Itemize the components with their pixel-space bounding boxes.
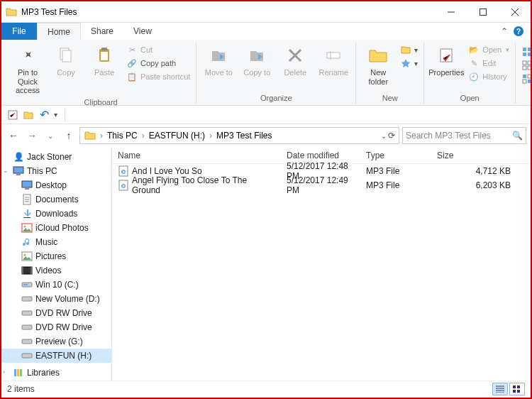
expand-icon[interactable]: ⌄	[3, 167, 10, 174]
refresh-icon[interactable]: ⟳	[388, 131, 395, 141]
tree-item[interactable]: EASTFUN (H:)	[1, 349, 111, 363]
history-button[interactable]: 🕘History	[467, 70, 511, 83]
move-to-button[interactable]: Move to	[201, 43, 236, 77]
column-date[interactable]: Date modified	[281, 151, 360, 160]
svg-rect-12	[523, 61, 526, 65]
select-none-button[interactable]: Select none	[520, 59, 532, 72]
pin-to-quick-access-button[interactable]: Pin to Quick access	[10, 43, 45, 95]
pin-icon	[16, 44, 39, 67]
tab-home[interactable]: Home	[37, 23, 81, 40]
svg-rect-32	[22, 267, 23, 274]
new-item-button[interactable]: ▾	[399, 43, 419, 56]
tree-item-label: Videos	[35, 266, 61, 275]
copy-button[interactable]: Copy	[48, 43, 84, 77]
properties-button[interactable]: Properties	[428, 43, 464, 77]
tab-share[interactable]: Share	[81, 23, 123, 40]
edit-button[interactable]: ✎Edit	[467, 57, 511, 70]
tree-item[interactable]: Pictures	[1, 249, 111, 263]
tree-item[interactable]: DVD RW Drive	[1, 306, 111, 320]
tree-item[interactable]: Documents	[1, 192, 111, 207]
tree-item[interactable]: Videos	[1, 263, 111, 278]
recent-dropdown[interactable]: ⌄	[43, 128, 58, 143]
tree-item[interactable]: Downloads	[1, 207, 111, 221]
select-none-icon	[521, 60, 532, 71]
tab-file[interactable]: File	[1, 23, 37, 40]
search-icon: 🔍	[512, 131, 523, 141]
tree-libraries[interactable]: › Libraries	[1, 366, 111, 380]
main-area: 👤 Jack Stoner ⌄ This PC DesktopDocuments…	[1, 147, 531, 381]
tree-item-label: DVD RW Drive	[35, 308, 92, 318]
tree-item-icon	[21, 180, 33, 191]
open-button[interactable]: 📂Open▾	[467, 43, 511, 56]
back-button[interactable]: ←	[6, 128, 21, 143]
maximize-button[interactable]	[467, 1, 499, 22]
minimize-button[interactable]	[435, 1, 467, 22]
tree-item-icon	[21, 336, 33, 347]
file-size: 6,203 KB	[431, 180, 531, 190]
column-type[interactable]: Type	[360, 151, 431, 160]
file-type: MP3 File	[360, 166, 431, 176]
expand-icon[interactable]: ›	[3, 368, 10, 376]
address-bar[interactable]: › This PC › EASTFUN (H:) › MP3 Test File…	[79, 127, 399, 144]
tree-item[interactable]: Music	[1, 235, 111, 249]
easy-access-button[interactable]: ▾	[399, 57, 419, 70]
close-button[interactable]	[499, 1, 531, 22]
tab-view[interactable]: View	[123, 23, 162, 40]
copy-to-button[interactable]: Copy to	[239, 43, 275, 77]
new-folder-button[interactable]: New folder	[360, 43, 396, 86]
qat-properties-icon[interactable]	[7, 109, 18, 121]
svg-rect-43	[20, 369, 22, 376]
file-list[interactable]: Name Date modified Type Size And I Love …	[112, 147, 531, 381]
paste-shortcut-button[interactable]: 📋Paste shortcut	[125, 70, 192, 83]
column-size[interactable]: Size	[431, 151, 531, 160]
forward-button[interactable]: →	[24, 128, 40, 143]
group-open: Properties 📂Open▾ ✎Edit 🕘History Open	[424, 43, 516, 104]
scissors-icon: ✂	[126, 44, 138, 55]
tree-item-label: Pictures	[35, 251, 66, 261]
file-row[interactable]: Angel Flying Too Close To The Ground5/12…	[112, 178, 531, 192]
view-icons-button[interactable]	[509, 383, 525, 395]
view-details-button[interactable]	[492, 383, 508, 395]
new-item-icon	[400, 44, 411, 55]
file-type: MP3 File	[360, 180, 431, 190]
tree-item[interactable]: Win 10 (C:)	[1, 278, 111, 292]
tree-user[interactable]: 👤 Jack Stoner	[1, 150, 111, 164]
column-name[interactable]: Name	[112, 151, 281, 160]
address-dropdown-icon[interactable]: ⌄	[381, 132, 387, 140]
tree-item[interactable]: iCloud Photos	[1, 221, 111, 235]
crumb-this-pc[interactable]: This PC	[104, 131, 140, 141]
cut-button[interactable]: ✂Cut	[125, 43, 192, 56]
up-button[interactable]: ↑	[61, 128, 77, 143]
tree-item[interactable]: New Volume (D:)	[1, 292, 111, 306]
collapse-ribbon-button[interactable]: ⌃	[501, 26, 508, 36]
edit-icon: ✎	[468, 58, 480, 69]
delete-button[interactable]: Delete	[277, 43, 313, 77]
crumb-drive[interactable]: EASTFUN (H:)	[146, 131, 208, 141]
group-clipboard: Pin to Quick access Copy Paste ✂Cut 🔗Cop…	[6, 43, 196, 104]
qat-undo-icon[interactable]: ↶	[38, 109, 50, 121]
tree-this-pc[interactable]: ⌄ This PC	[1, 164, 111, 178]
help-icon[interactable]: ?	[514, 26, 523, 36]
svg-rect-16	[523, 75, 526, 78]
svg-rect-42	[17, 369, 19, 376]
crumb-folder[interactable]: MP3 Test Files	[214, 131, 275, 141]
qat-customize-icon[interactable]: ▾	[54, 111, 57, 119]
select-all-button[interactable]: Select all	[520, 45, 532, 58]
invert-selection-button[interactable]: Invert selection	[520, 72, 532, 85]
svg-rect-51	[517, 390, 520, 393]
search-box[interactable]: Search MP3 Test Files 🔍	[402, 127, 526, 144]
rename-button[interactable]: Rename	[316, 43, 351, 77]
group-select: Select all Select none Invert selection …	[516, 43, 532, 104]
qat-new-folder-icon[interactable]	[23, 109, 34, 121]
group-open-label: Open	[460, 91, 480, 104]
navigation-bar: ← → ⌄ ↑ › This PC › EASTFUN (H:) › MP3 T…	[1, 124, 531, 147]
navigation-tree[interactable]: 👤 Jack Stoner ⌄ This PC DesktopDocuments…	[1, 147, 112, 381]
copy-path-button[interactable]: 🔗Copy path	[125, 57, 192, 70]
tree-item[interactable]: Preview (G:)	[1, 334, 111, 349]
file-name: Angel Flying Too Close To The Ground	[132, 175, 275, 195]
tree-item[interactable]: Desktop	[1, 178, 111, 192]
paste-button[interactable]: Paste	[87, 43, 122, 77]
tree-item[interactable]: DVD RW Drive	[1, 320, 111, 334]
tree-item-icon	[21, 194, 33, 205]
ribbon: Pin to Quick access Copy Paste ✂Cut 🔗Cop…	[1, 40, 531, 106]
